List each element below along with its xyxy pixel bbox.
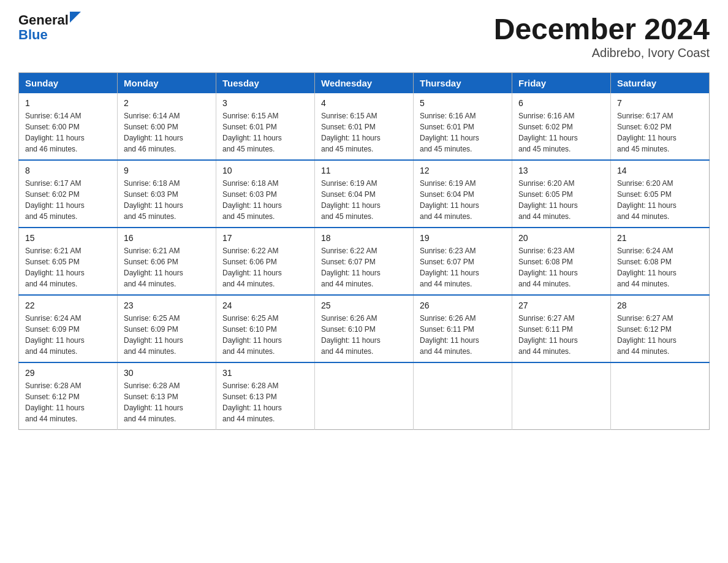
day-info: Sunrise: 6:19 AM Sunset: 6:04 PM Dayligh… [420, 178, 506, 222]
page-header: General Blue December 2024 Adibrebo, Ivo… [18, 12, 710, 60]
day-info: Sunrise: 6:28 AM Sunset: 6:13 PM Dayligh… [222, 380, 308, 424]
day-number: 7 [617, 98, 703, 108]
calendar-cell [512, 362, 611, 430]
calendar-cell: 25 Sunrise: 6:26 AM Sunset: 6:10 PM Dayl… [315, 295, 414, 362]
main-title: December 2024 [494, 12, 710, 46]
calendar-cell: 21 Sunrise: 6:24 AM Sunset: 6:08 PM Dayl… [611, 228, 710, 295]
day-info: Sunrise: 6:14 AM Sunset: 6:00 PM Dayligh… [124, 110, 210, 155]
weekday-header-monday: Monday [118, 73, 216, 94]
calendar-cell: 20 Sunrise: 6:23 AM Sunset: 6:08 PM Dayl… [512, 228, 611, 295]
day-info: Sunrise: 6:26 AM Sunset: 6:10 PM Dayligh… [321, 313, 407, 357]
day-info: Sunrise: 6:23 AM Sunset: 6:08 PM Dayligh… [518, 245, 604, 289]
day-number: 10 [222, 166, 308, 175]
day-info: Sunrise: 6:22 AM Sunset: 6:06 PM Dayligh… [222, 245, 308, 289]
day-number: 6 [518, 98, 604, 108]
calendar-cell: 10 Sunrise: 6:18 AM Sunset: 6:03 PM Dayl… [216, 160, 315, 228]
calendar-cell: 14 Sunrise: 6:20 AM Sunset: 6:05 PM Dayl… [611, 160, 710, 228]
day-number: 4 [321, 98, 407, 108]
subtitle: Adibrebo, Ivory Coast [494, 46, 710, 60]
day-info: Sunrise: 6:20 AM Sunset: 6:05 PM Dayligh… [617, 178, 703, 222]
day-info: Sunrise: 6:28 AM Sunset: 6:13 PM Dayligh… [124, 380, 210, 424]
day-info: Sunrise: 6:23 AM Sunset: 6:07 PM Dayligh… [420, 245, 506, 289]
weekday-header-friday: Friday [512, 73, 611, 94]
day-number: 3 [222, 98, 308, 108]
weekday-header-thursday: Thursday [414, 73, 512, 94]
logo-general-text: General [18, 12, 69, 28]
calendar-cell: 3 Sunrise: 6:15 AM Sunset: 6:01 PM Dayli… [216, 93, 315, 160]
day-info: Sunrise: 6:22 AM Sunset: 6:07 PM Dayligh… [321, 245, 407, 289]
calendar-cell: 27 Sunrise: 6:27 AM Sunset: 6:11 PM Dayl… [512, 295, 611, 362]
calendar-cell: 11 Sunrise: 6:19 AM Sunset: 6:04 PM Dayl… [315, 160, 414, 228]
day-info: Sunrise: 6:18 AM Sunset: 6:03 PM Dayligh… [124, 178, 210, 222]
day-info: Sunrise: 6:25 AM Sunset: 6:09 PM Dayligh… [124, 313, 210, 357]
calendar-cell: 24 Sunrise: 6:25 AM Sunset: 6:10 PM Dayl… [216, 295, 315, 362]
calendar-cell: 29 Sunrise: 6:28 AM Sunset: 6:12 PM Dayl… [19, 362, 118, 430]
calendar-week-5: 29 Sunrise: 6:28 AM Sunset: 6:12 PM Dayl… [19, 362, 710, 430]
logo: General Blue [18, 12, 81, 42]
day-info: Sunrise: 6:17 AM Sunset: 6:02 PM Dayligh… [25, 178, 111, 222]
day-info: Sunrise: 6:16 AM Sunset: 6:02 PM Dayligh… [518, 110, 604, 155]
calendar-header-row: SundayMondayTuesdayWednesdayThursdayFrid… [19, 73, 710, 94]
calendar-cell: 1 Sunrise: 6:14 AM Sunset: 6:00 PM Dayli… [19, 93, 118, 160]
day-number: 19 [420, 233, 506, 243]
day-number: 17 [222, 233, 308, 243]
day-number: 22 [25, 301, 111, 310]
calendar-cell: 17 Sunrise: 6:22 AM Sunset: 6:06 PM Dayl… [216, 228, 315, 295]
calendar-cell: 19 Sunrise: 6:23 AM Sunset: 6:07 PM Dayl… [414, 228, 512, 295]
calendar-table: SundayMondayTuesdayWednesdayThursdayFrid… [18, 72, 710, 430]
calendar-cell: 31 Sunrise: 6:28 AM Sunset: 6:13 PM Dayl… [216, 362, 315, 430]
day-number: 18 [321, 233, 407, 243]
day-info: Sunrise: 6:21 AM Sunset: 6:05 PM Dayligh… [25, 245, 111, 289]
day-info: Sunrise: 6:15 AM Sunset: 6:01 PM Dayligh… [321, 110, 407, 155]
calendar-cell: 22 Sunrise: 6:24 AM Sunset: 6:09 PM Dayl… [19, 295, 118, 362]
calendar-cell: 9 Sunrise: 6:18 AM Sunset: 6:03 PM Dayli… [118, 160, 216, 228]
day-info: Sunrise: 6:21 AM Sunset: 6:06 PM Dayligh… [124, 245, 210, 289]
day-number: 5 [420, 98, 506, 108]
calendar-cell: 28 Sunrise: 6:27 AM Sunset: 6:12 PM Dayl… [611, 295, 710, 362]
weekday-header-saturday: Saturday [611, 73, 710, 94]
day-number: 20 [518, 233, 604, 243]
day-number: 27 [518, 301, 604, 310]
day-info: Sunrise: 6:15 AM Sunset: 6:01 PM Dayligh… [222, 110, 308, 155]
day-number: 25 [321, 301, 407, 310]
day-number: 30 [124, 368, 210, 378]
day-number: 24 [222, 301, 308, 310]
calendar-cell: 15 Sunrise: 6:21 AM Sunset: 6:05 PM Dayl… [19, 228, 118, 295]
calendar-week-1: 1 Sunrise: 6:14 AM Sunset: 6:00 PM Dayli… [19, 93, 710, 160]
calendar-cell: 7 Sunrise: 6:17 AM Sunset: 6:02 PM Dayli… [611, 93, 710, 160]
calendar-week-3: 15 Sunrise: 6:21 AM Sunset: 6:05 PM Dayl… [19, 228, 710, 295]
day-number: 23 [124, 301, 210, 310]
day-number: 13 [518, 166, 604, 175]
day-number: 31 [222, 368, 308, 378]
svg-marker-0 [70, 12, 81, 23]
day-info: Sunrise: 6:24 AM Sunset: 6:08 PM Dayligh… [617, 245, 703, 289]
calendar-week-4: 22 Sunrise: 6:24 AM Sunset: 6:09 PM Dayl… [19, 295, 710, 362]
calendar-cell [414, 362, 512, 430]
calendar-cell: 23 Sunrise: 6:25 AM Sunset: 6:09 PM Dayl… [118, 295, 216, 362]
calendar-cell: 5 Sunrise: 6:16 AM Sunset: 6:01 PM Dayli… [414, 93, 512, 160]
day-number: 9 [124, 166, 210, 175]
day-number: 16 [124, 233, 210, 243]
day-number: 15 [25, 233, 111, 243]
day-info: Sunrise: 6:27 AM Sunset: 6:11 PM Dayligh… [518, 313, 604, 357]
day-info: Sunrise: 6:28 AM Sunset: 6:12 PM Dayligh… [25, 380, 111, 424]
weekday-header-sunday: Sunday [19, 73, 118, 94]
calendar-cell [315, 362, 414, 430]
calendar-cell: 6 Sunrise: 6:16 AM Sunset: 6:02 PM Dayli… [512, 93, 611, 160]
day-number: 26 [420, 301, 506, 310]
calendar-week-2: 8 Sunrise: 6:17 AM Sunset: 6:02 PM Dayli… [19, 160, 710, 228]
calendar-cell: 13 Sunrise: 6:20 AM Sunset: 6:05 PM Dayl… [512, 160, 611, 228]
day-info: Sunrise: 6:17 AM Sunset: 6:02 PM Dayligh… [617, 110, 703, 155]
day-info: Sunrise: 6:20 AM Sunset: 6:05 PM Dayligh… [518, 178, 604, 222]
day-number: 11 [321, 166, 407, 175]
day-info: Sunrise: 6:19 AM Sunset: 6:04 PM Dayligh… [321, 178, 407, 222]
day-info: Sunrise: 6:24 AM Sunset: 6:09 PM Dayligh… [25, 313, 111, 357]
day-number: 21 [617, 233, 703, 243]
logo-arrow-icon [70, 12, 81, 23]
weekday-header-wednesday: Wednesday [315, 73, 414, 94]
day-info: Sunrise: 6:14 AM Sunset: 6:00 PM Dayligh… [25, 110, 111, 155]
calendar-cell: 16 Sunrise: 6:21 AM Sunset: 6:06 PM Dayl… [118, 228, 216, 295]
day-info: Sunrise: 6:18 AM Sunset: 6:03 PM Dayligh… [222, 178, 308, 222]
day-number: 8 [25, 166, 111, 175]
calendar-cell: 12 Sunrise: 6:19 AM Sunset: 6:04 PM Dayl… [414, 160, 512, 228]
